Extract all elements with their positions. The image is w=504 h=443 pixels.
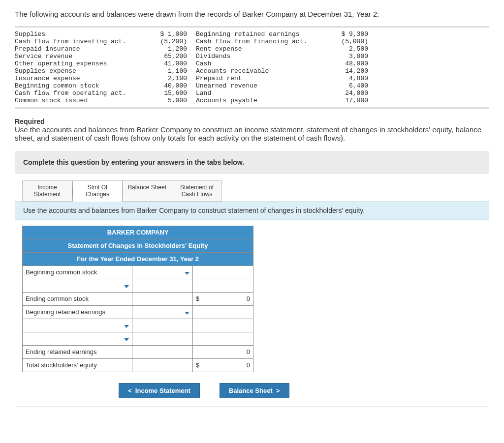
amount-input[interactable]: [132, 279, 193, 292]
required-text: Use the accounts and balances from Barke…: [15, 125, 489, 142]
amount-input[interactable]: [132, 266, 193, 279]
acc-value: 14,200: [324, 67, 368, 75]
total-cell: $0: [193, 292, 253, 305]
acc-value: $ 9,300: [324, 30, 368, 38]
stmt-title-period: For the Year Ended December 31, Year 2: [23, 252, 253, 266]
acc-label: Other operating expenses: [15, 60, 143, 67]
acc-value: (5,200): [143, 38, 187, 45]
tab-balance-sheet[interactable]: Balance Sheet: [123, 180, 172, 202]
acc-value: 2,500: [324, 45, 368, 53]
acc-value: 4,800: [324, 75, 368, 82]
prev-income-statement-button[interactable]: < Income Statement: [119, 383, 200, 398]
statement-table: BARKER COMPANY Statement of Changes in S…: [22, 226, 253, 372]
label-dropdown[interactable]: [23, 319, 132, 332]
row-beginning-common-stock: Beginning common stock: [23, 266, 132, 279]
total-value: 0: [247, 295, 250, 302]
acc-value: 24,000: [324, 89, 368, 97]
answer-panel: Complete this question by entering your …: [15, 151, 489, 407]
acc-value: 6,400: [324, 82, 368, 89]
total-cell[interactable]: [193, 266, 253, 279]
acc-value: 41,000: [143, 60, 187, 67]
row-ending-common-stock: Ending common stock: [23, 292, 132, 305]
nav-buttons: < Income Statement Balance Sheet >: [15, 378, 489, 406]
acc-value: 3,000: [324, 53, 368, 60]
next-label: Balance Sheet: [229, 387, 273, 394]
total-cell[interactable]: [193, 332, 253, 345]
amount-cell: [132, 292, 193, 305]
acc-value: 65,200: [143, 53, 187, 60]
total-cell[interactable]: [193, 319, 253, 332]
chevron-left-icon: <: [128, 387, 132, 394]
acc-value: 1,100: [143, 67, 187, 75]
accounts-table: Supplies Cash flow from investing act. P…: [15, 26, 489, 109]
dollar-sign: $: [196, 361, 199, 369]
acc-label: Beginning common stock: [15, 82, 143, 89]
acc-value: 5,000: [143, 97, 187, 104]
acc-label: Cash flow from financing act.: [196, 38, 324, 45]
acc-value: 15,600: [143, 89, 187, 97]
acc-label: Rent expense: [196, 45, 324, 53]
tab-stmt-of-changes[interactable]: Stmt Of Changes: [72, 180, 123, 202]
required-heading: Required: [15, 118, 489, 125]
total-cell: $0: [193, 358, 253, 372]
chevron-down-icon: [185, 312, 189, 315]
acc-label: Cash: [196, 60, 324, 67]
acc-value: (5,000): [324, 38, 368, 45]
stmt-title-company: BARKER COMPANY: [23, 226, 253, 239]
chevron-right-icon: >: [276, 387, 280, 394]
acc-label: Accounts payable: [196, 97, 324, 104]
tab-income-statement[interactable]: Income Statement: [22, 180, 72, 202]
acc-value: 40,000: [143, 82, 187, 89]
acc-label: Cash flow from investing act.: [15, 38, 143, 45]
amount-cell: [132, 345, 193, 358]
label-dropdown[interactable]: [23, 279, 132, 292]
row-total-stockholders-equity: Total stockholders' equity: [23, 358, 132, 372]
total-cell: 0: [193, 345, 253, 358]
acc-label: Service revenue: [15, 53, 143, 60]
stmt-title-name: Statement of Changes in Stockholders' Eq…: [23, 239, 253, 252]
acc-label: Accounts receivable: [196, 67, 324, 75]
acc-label: Supplies: [15, 30, 143, 38]
total-cell[interactable]: [193, 305, 253, 319]
total-value: 0: [247, 361, 250, 369]
acc-value: 1,200: [143, 45, 187, 53]
acc-label: Prepaid insurance: [15, 45, 143, 53]
acc-label: Beginning retained earnings: [196, 30, 324, 38]
next-balance-sheet-button[interactable]: Balance Sheet >: [220, 383, 289, 398]
acc-label: Prepaid rent: [196, 75, 324, 82]
row-beginning-retained-earnings: Beginning retained earnings: [23, 305, 132, 319]
row-ending-retained-earnings: Ending retained earnings: [23, 345, 132, 358]
acc-label: Dividends: [196, 53, 324, 60]
chevron-down-icon: [124, 285, 129, 288]
acc-value: 48,000: [324, 60, 368, 67]
tab-row: Income Statement Stmt Of Changes Balance…: [15, 174, 489, 202]
acc-label: Land: [196, 89, 324, 97]
amount-input[interactable]: [132, 305, 193, 319]
prev-label: Income Statement: [135, 387, 190, 394]
acc-label: Cash flow from operating act.: [15, 89, 143, 97]
sub-instruction: Use the accounts and balances from Barke…: [15, 201, 489, 220]
intro-text: The following accounts and balances were…: [15, 10, 489, 18]
panel-instruction: Complete this question by entering your …: [15, 151, 489, 174]
acc-value: 2,100: [143, 75, 187, 82]
chevron-down-icon: [124, 325, 129, 328]
total-cell[interactable]: [193, 279, 253, 292]
amount-cell: [132, 358, 193, 372]
dollar-sign: $: [196, 295, 199, 302]
amount-input[interactable]: [132, 319, 193, 332]
label-dropdown[interactable]: [23, 332, 132, 345]
amount-input[interactable]: [132, 332, 193, 345]
acc-value: 17,000: [324, 97, 368, 104]
acc-label: Supplies expense: [15, 67, 143, 75]
chevron-down-icon: [124, 338, 129, 341]
acc-label: Unearned revenue: [196, 82, 324, 89]
chevron-down-icon: [185, 272, 189, 275]
total-value: 0: [247, 348, 250, 355]
acc-value: $ 1,000: [143, 30, 187, 38]
acc-label: Common stock issued: [15, 97, 143, 104]
tab-statement-of-cash-flows[interactable]: Statement of Cash Flows: [172, 180, 222, 202]
acc-label: Insurance expense: [15, 75, 143, 82]
